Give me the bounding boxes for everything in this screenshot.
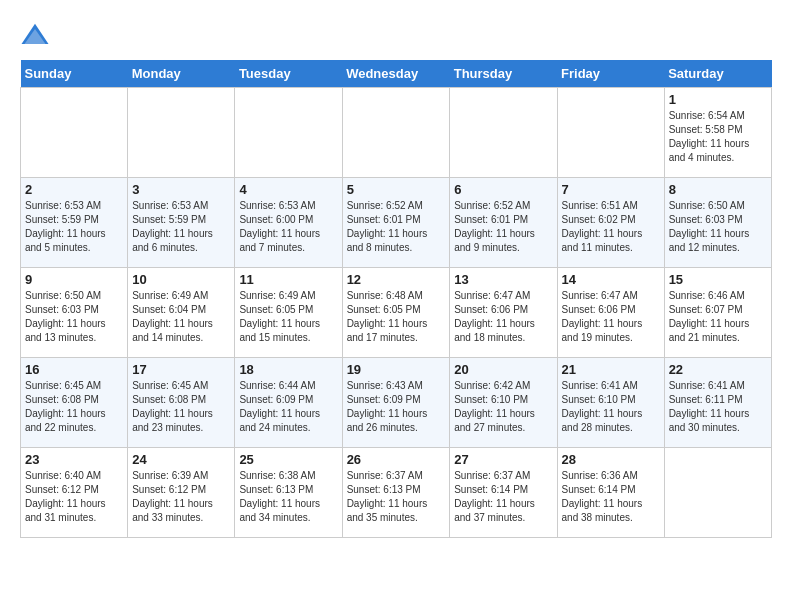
day-number: 24: [132, 452, 230, 467]
day-cell: 24Sunrise: 6:39 AM Sunset: 6:12 PM Dayli…: [128, 448, 235, 538]
day-number: 4: [239, 182, 337, 197]
day-cell: 10Sunrise: 6:49 AM Sunset: 6:04 PM Dayli…: [128, 268, 235, 358]
day-cell: 1Sunrise: 6:54 AM Sunset: 5:58 PM Daylig…: [664, 88, 771, 178]
day-number: 25: [239, 452, 337, 467]
day-cell: 27Sunrise: 6:37 AM Sunset: 6:14 PM Dayli…: [450, 448, 557, 538]
logo-icon: [20, 20, 50, 50]
day-number: 1: [669, 92, 767, 107]
day-number: 11: [239, 272, 337, 287]
day-cell: 22Sunrise: 6:41 AM Sunset: 6:11 PM Dayli…: [664, 358, 771, 448]
day-cell: 16Sunrise: 6:45 AM Sunset: 6:08 PM Dayli…: [21, 358, 128, 448]
day-info: Sunrise: 6:44 AM Sunset: 6:09 PM Dayligh…: [239, 379, 337, 435]
day-cell: [557, 88, 664, 178]
day-info: Sunrise: 6:41 AM Sunset: 6:10 PM Dayligh…: [562, 379, 660, 435]
day-cell: 19Sunrise: 6:43 AM Sunset: 6:09 PM Dayli…: [342, 358, 450, 448]
day-number: 12: [347, 272, 446, 287]
logo: [20, 20, 54, 50]
day-info: Sunrise: 6:38 AM Sunset: 6:13 PM Dayligh…: [239, 469, 337, 525]
day-cell: 28Sunrise: 6:36 AM Sunset: 6:14 PM Dayli…: [557, 448, 664, 538]
day-info: Sunrise: 6:50 AM Sunset: 6:03 PM Dayligh…: [25, 289, 123, 345]
day-cell: 14Sunrise: 6:47 AM Sunset: 6:06 PM Dayli…: [557, 268, 664, 358]
day-number: 18: [239, 362, 337, 377]
day-cell: 15Sunrise: 6:46 AM Sunset: 6:07 PM Dayli…: [664, 268, 771, 358]
day-info: Sunrise: 6:50 AM Sunset: 6:03 PM Dayligh…: [669, 199, 767, 255]
week-row-2: 9Sunrise: 6:50 AM Sunset: 6:03 PM Daylig…: [21, 268, 772, 358]
day-info: Sunrise: 6:54 AM Sunset: 5:58 PM Dayligh…: [669, 109, 767, 165]
day-number: 6: [454, 182, 552, 197]
day-info: Sunrise: 6:47 AM Sunset: 6:06 PM Dayligh…: [562, 289, 660, 345]
day-number: 15: [669, 272, 767, 287]
day-info: Sunrise: 6:52 AM Sunset: 6:01 PM Dayligh…: [347, 199, 446, 255]
day-number: 23: [25, 452, 123, 467]
day-cell: 12Sunrise: 6:48 AM Sunset: 6:05 PM Dayli…: [342, 268, 450, 358]
day-info: Sunrise: 6:37 AM Sunset: 6:14 PM Dayligh…: [454, 469, 552, 525]
day-number: 26: [347, 452, 446, 467]
day-info: Sunrise: 6:53 AM Sunset: 6:00 PM Dayligh…: [239, 199, 337, 255]
day-number: 10: [132, 272, 230, 287]
day-cell: 5Sunrise: 6:52 AM Sunset: 6:01 PM Daylig…: [342, 178, 450, 268]
day-cell: 4Sunrise: 6:53 AM Sunset: 6:00 PM Daylig…: [235, 178, 342, 268]
day-cell: [128, 88, 235, 178]
day-number: 28: [562, 452, 660, 467]
day-info: Sunrise: 6:47 AM Sunset: 6:06 PM Dayligh…: [454, 289, 552, 345]
day-info: Sunrise: 6:45 AM Sunset: 6:08 PM Dayligh…: [132, 379, 230, 435]
day-cell: 21Sunrise: 6:41 AM Sunset: 6:10 PM Dayli…: [557, 358, 664, 448]
day-info: Sunrise: 6:52 AM Sunset: 6:01 PM Dayligh…: [454, 199, 552, 255]
day-cell: [21, 88, 128, 178]
day-info: Sunrise: 6:51 AM Sunset: 6:02 PM Dayligh…: [562, 199, 660, 255]
weekday-header-friday: Friday: [557, 60, 664, 88]
day-info: Sunrise: 6:48 AM Sunset: 6:05 PM Dayligh…: [347, 289, 446, 345]
day-info: Sunrise: 6:53 AM Sunset: 5:59 PM Dayligh…: [25, 199, 123, 255]
day-cell: 26Sunrise: 6:37 AM Sunset: 6:13 PM Dayli…: [342, 448, 450, 538]
day-info: Sunrise: 6:42 AM Sunset: 6:10 PM Dayligh…: [454, 379, 552, 435]
calendar-table: SundayMondayTuesdayWednesdayThursdayFrid…: [20, 60, 772, 538]
day-cell: 7Sunrise: 6:51 AM Sunset: 6:02 PM Daylig…: [557, 178, 664, 268]
week-row-1: 2Sunrise: 6:53 AM Sunset: 5:59 PM Daylig…: [21, 178, 772, 268]
weekday-header-row: SundayMondayTuesdayWednesdayThursdayFrid…: [21, 60, 772, 88]
week-row-4: 23Sunrise: 6:40 AM Sunset: 6:12 PM Dayli…: [21, 448, 772, 538]
day-cell: [342, 88, 450, 178]
day-number: 19: [347, 362, 446, 377]
day-number: 5: [347, 182, 446, 197]
day-number: 20: [454, 362, 552, 377]
day-info: Sunrise: 6:46 AM Sunset: 6:07 PM Dayligh…: [669, 289, 767, 345]
day-cell: [450, 88, 557, 178]
day-number: 17: [132, 362, 230, 377]
weekday-header-thursday: Thursday: [450, 60, 557, 88]
day-cell: 18Sunrise: 6:44 AM Sunset: 6:09 PM Dayli…: [235, 358, 342, 448]
day-cell: [235, 88, 342, 178]
day-info: Sunrise: 6:39 AM Sunset: 6:12 PM Dayligh…: [132, 469, 230, 525]
day-info: Sunrise: 6:53 AM Sunset: 5:59 PM Dayligh…: [132, 199, 230, 255]
day-number: 2: [25, 182, 123, 197]
day-cell: 3Sunrise: 6:53 AM Sunset: 5:59 PM Daylig…: [128, 178, 235, 268]
day-info: Sunrise: 6:40 AM Sunset: 6:12 PM Dayligh…: [25, 469, 123, 525]
day-cell: 2Sunrise: 6:53 AM Sunset: 5:59 PM Daylig…: [21, 178, 128, 268]
day-number: 3: [132, 182, 230, 197]
weekday-header-tuesday: Tuesday: [235, 60, 342, 88]
day-cell: 11Sunrise: 6:49 AM Sunset: 6:05 PM Dayli…: [235, 268, 342, 358]
weekday-header-wednesday: Wednesday: [342, 60, 450, 88]
day-cell: 23Sunrise: 6:40 AM Sunset: 6:12 PM Dayli…: [21, 448, 128, 538]
day-number: 16: [25, 362, 123, 377]
day-info: Sunrise: 6:49 AM Sunset: 6:04 PM Dayligh…: [132, 289, 230, 345]
day-info: Sunrise: 6:49 AM Sunset: 6:05 PM Dayligh…: [239, 289, 337, 345]
calendar-body: 1Sunrise: 6:54 AM Sunset: 5:58 PM Daylig…: [21, 88, 772, 538]
weekday-header-monday: Monday: [128, 60, 235, 88]
page-header: [20, 20, 772, 50]
week-row-0: 1Sunrise: 6:54 AM Sunset: 5:58 PM Daylig…: [21, 88, 772, 178]
day-cell: 25Sunrise: 6:38 AM Sunset: 6:13 PM Dayli…: [235, 448, 342, 538]
day-number: 13: [454, 272, 552, 287]
day-number: 14: [562, 272, 660, 287]
day-info: Sunrise: 6:36 AM Sunset: 6:14 PM Dayligh…: [562, 469, 660, 525]
day-info: Sunrise: 6:45 AM Sunset: 6:08 PM Dayligh…: [25, 379, 123, 435]
day-cell: [664, 448, 771, 538]
day-number: 21: [562, 362, 660, 377]
day-number: 9: [25, 272, 123, 287]
day-cell: 6Sunrise: 6:52 AM Sunset: 6:01 PM Daylig…: [450, 178, 557, 268]
day-cell: 8Sunrise: 6:50 AM Sunset: 6:03 PM Daylig…: [664, 178, 771, 268]
day-cell: 13Sunrise: 6:47 AM Sunset: 6:06 PM Dayli…: [450, 268, 557, 358]
day-info: Sunrise: 6:43 AM Sunset: 6:09 PM Dayligh…: [347, 379, 446, 435]
day-cell: 20Sunrise: 6:42 AM Sunset: 6:10 PM Dayli…: [450, 358, 557, 448]
day-info: Sunrise: 6:41 AM Sunset: 6:11 PM Dayligh…: [669, 379, 767, 435]
weekday-header-saturday: Saturday: [664, 60, 771, 88]
